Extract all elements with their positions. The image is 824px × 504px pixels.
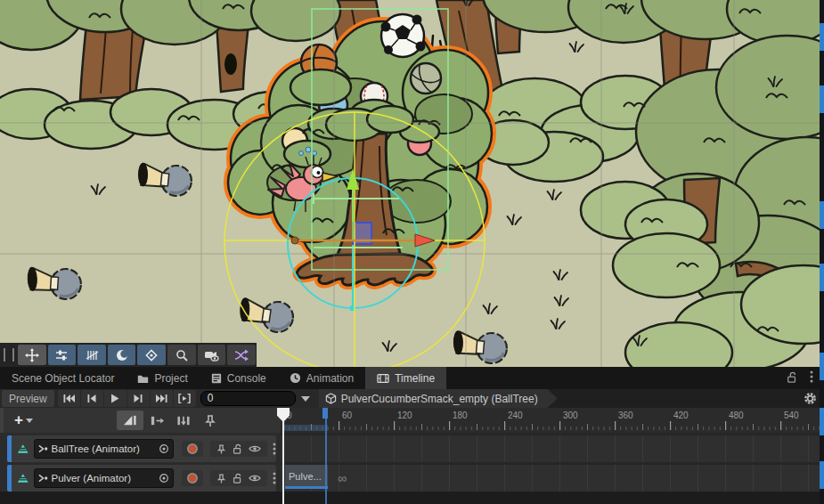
camera-visibility-icon xyxy=(204,348,219,362)
scene-toolbar xyxy=(0,343,257,367)
clip-hold-infinity: ∞ xyxy=(338,465,347,492)
breadcrumb[interactable]: PulverCucumberSmack_empty (BallTree) xyxy=(319,389,558,408)
track-options-group xyxy=(210,441,267,457)
camera-visibility-tool-button[interactable] xyxy=(198,345,226,365)
svg-text:120: 120 xyxy=(397,411,412,420)
volleyball xyxy=(411,63,441,93)
tab-label: Scene Object Locator xyxy=(12,372,114,385)
kebab-menu-icon[interactable] xyxy=(810,370,813,386)
unlock-icon[interactable] xyxy=(787,370,797,386)
skip-start-button[interactable] xyxy=(58,390,80,407)
animation-track-icon xyxy=(16,472,30,484)
cube-icon xyxy=(325,393,337,404)
record-button[interactable] xyxy=(182,441,203,457)
eye-icon[interactable] xyxy=(249,444,261,453)
caret-down-icon xyxy=(301,396,310,402)
diamond-tool-icon xyxy=(144,348,159,362)
animation-clip[interactable]: Pulve... xyxy=(285,465,328,489)
pin-icon[interactable] xyxy=(216,443,226,455)
toolbar-grip[interactable] xyxy=(4,348,14,362)
tab-animation[interactable]: Animation xyxy=(278,367,365,389)
playhead-line[interactable] xyxy=(282,408,284,504)
sphere-tool-button[interactable] xyxy=(108,345,136,365)
svg-text:420: 420 xyxy=(673,411,689,420)
console-icon xyxy=(211,373,222,384)
gear-icon[interactable] xyxy=(804,392,817,405)
track-name: Pulver (Animator) xyxy=(52,473,155,484)
pin-icon[interactable] xyxy=(216,473,226,484)
track-row-balltree[interactable]: BallTree (Animator) xyxy=(7,435,276,462)
move-tool-button[interactable] xyxy=(18,345,46,365)
svg-text:480: 480 xyxy=(729,411,744,420)
svg-text:180: 180 xyxy=(453,411,468,420)
binding-icon xyxy=(38,474,48,483)
edit-mode-mix-button[interactable] xyxy=(143,411,170,430)
svg-text:300: 300 xyxy=(563,411,578,420)
record-button[interactable] xyxy=(182,470,203,486)
preview-toggle-button[interactable]: Preview xyxy=(2,390,54,407)
panel-resize-handle[interactable] xyxy=(0,408,4,433)
target-icon[interactable] xyxy=(159,443,169,454)
binding-icon xyxy=(38,444,48,453)
frame-number-input[interactable]: 0 xyxy=(200,391,296,406)
scene-view[interactable] xyxy=(0,0,824,367)
frame-dropdown-caret[interactable] xyxy=(296,390,315,407)
track-content-pulver[interactable]: Pulve... ∞ xyxy=(281,465,820,492)
unlock-icon[interactable] xyxy=(233,443,242,454)
svg-text:60: 60 xyxy=(342,411,353,420)
timeline-end-marker[interactable] xyxy=(322,408,328,419)
tab-scene-object-locator[interactable]: Scene Object Locator xyxy=(0,367,126,389)
move-tool-icon xyxy=(25,348,39,362)
track-name: BallTree (Animator) xyxy=(52,443,155,454)
tab-label: Project xyxy=(154,372,187,385)
add-track-button[interactable]: + xyxy=(9,411,38,429)
step-forward-button[interactable] xyxy=(127,390,150,407)
sliders-tool-icon xyxy=(54,348,69,362)
breadcrumb-bar: PulverCucumberSmack_empty (BallTree) xyxy=(319,389,824,408)
unlock-icon[interactable] xyxy=(233,473,242,484)
search-tool-button[interactable] xyxy=(167,345,196,365)
skip-start-icon xyxy=(63,394,75,403)
curves-view-icon xyxy=(123,414,137,427)
step-back-icon xyxy=(87,394,96,403)
track-content-balltree[interactable] xyxy=(281,435,820,462)
play-range-icon xyxy=(178,394,191,403)
tally-grid-tool-button[interactable] xyxy=(78,345,106,365)
tab-label: Animation xyxy=(306,372,354,385)
skip-end-icon xyxy=(156,394,167,403)
timeline-end-line xyxy=(325,419,327,504)
step-back-button[interactable] xyxy=(81,390,103,407)
kebab-menu-icon[interactable] xyxy=(273,443,276,455)
track-binding-field[interactable]: Pulver (Animator) xyxy=(34,468,174,488)
play-button[interactable] xyxy=(104,390,126,407)
record-icon xyxy=(186,443,199,455)
edit-mode-replace-button[interactable] xyxy=(170,411,197,430)
track-options-group xyxy=(210,470,267,486)
timeline-transport-bar: Preview xyxy=(0,389,824,409)
tally-grid-tool-icon xyxy=(85,348,99,362)
tab-console[interactable]: Console xyxy=(200,367,278,389)
play-range-button[interactable] xyxy=(174,390,196,407)
track-binding-field[interactable]: BallTree (Animator) xyxy=(34,439,174,459)
tab-timeline[interactable]: Timeline xyxy=(365,367,446,389)
x-axis-handle[interactable] xyxy=(291,237,298,244)
tab-label: Console xyxy=(227,372,266,385)
curves-view-button[interactable] xyxy=(117,411,143,430)
track-row-pulver[interactable]: Pulver (Animator) xyxy=(7,465,276,492)
tab-project[interactable]: Project xyxy=(126,367,199,389)
timeline-ruler[interactable]: 0 60 120 180 240 300 360 420 480 540 xyxy=(281,408,824,433)
shuffle-tool-button[interactable] xyxy=(227,345,256,365)
diamond-tool-button[interactable] xyxy=(137,345,166,365)
target-icon[interactable] xyxy=(159,473,169,484)
pin-button[interactable] xyxy=(197,411,224,430)
eye-icon[interactable] xyxy=(249,474,261,483)
svg-text:540: 540 xyxy=(784,411,799,420)
kebab-menu-icon[interactable] xyxy=(273,472,276,484)
skip-end-button[interactable] xyxy=(151,390,173,407)
track-color-strip xyxy=(7,435,12,462)
edit-mode-mix-icon xyxy=(150,414,164,427)
sliders-tool-button[interactable] xyxy=(48,345,77,365)
tab-label: Timeline xyxy=(395,372,435,385)
right-edge-strip xyxy=(820,0,824,504)
animation-track-icon xyxy=(16,443,30,455)
